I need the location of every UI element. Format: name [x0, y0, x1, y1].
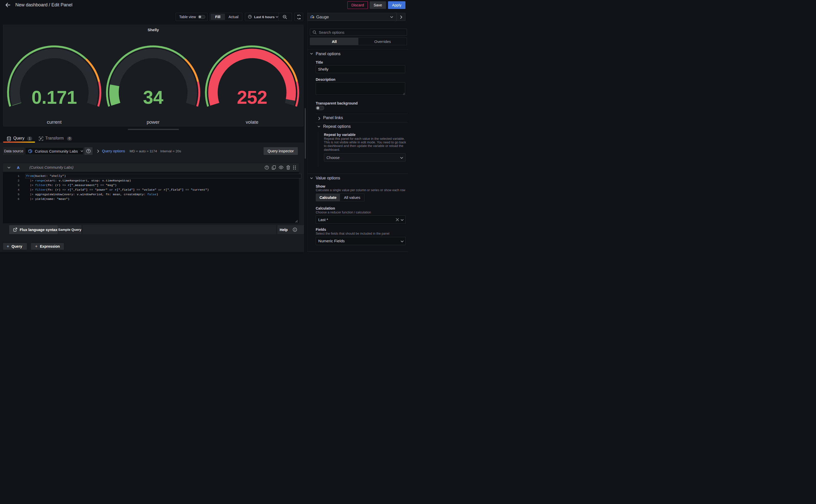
svg-text:79: 79 [311, 17, 313, 18]
